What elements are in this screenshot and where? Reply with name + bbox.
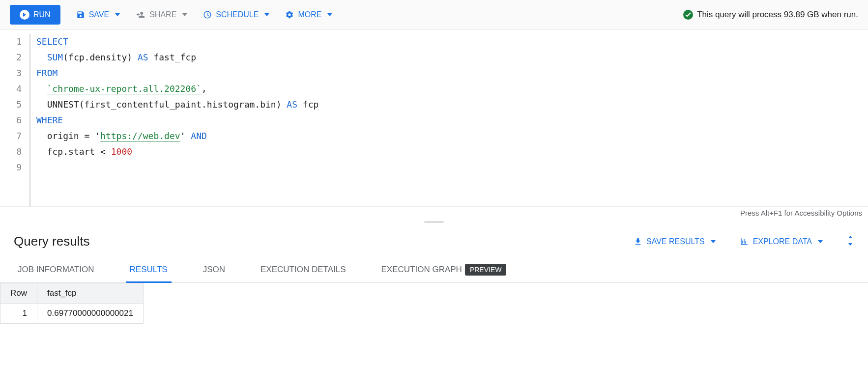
results-header: Query results SAVE RESULTS EXPLORE DATA <box>0 225 868 258</box>
tab-label: EXECUTION GRAPH <box>381 265 462 274</box>
tab-label: JOB INFORMATION <box>18 265 94 274</box>
chevron-down-icon <box>818 240 823 243</box>
save-button[interactable]: SAVE <box>76 10 120 19</box>
expand-collapse-icon[interactable] <box>846 236 854 247</box>
line-number: 6 <box>0 112 22 128</box>
chevron-down-icon <box>182 13 187 16</box>
line-number: 7 <box>0 128 22 144</box>
check-icon <box>683 10 693 20</box>
run-label: RUN <box>33 10 51 19</box>
code-line[interactable]: UNNEST(first_contentful_paint.histogram.… <box>36 97 868 112</box>
schedule-label: SCHEDULE <box>216 10 259 19</box>
query-status: This query will process 93.89 GB when ru… <box>683 10 858 20</box>
tab-label: RESULTS <box>130 265 168 274</box>
play-icon <box>20 10 29 20</box>
tab-job-information[interactable]: JOB INFORMATION <box>14 258 98 283</box>
drag-bar-icon <box>424 221 444 223</box>
results-table-wrap: Rowfast_fcp 10.69770000000000021 <box>0 283 868 324</box>
code-line[interactable] <box>36 160 868 175</box>
results-tabs: JOB INFORMATIONRESULTSJSONEXECUTION DETA… <box>0 258 868 283</box>
resize-handle[interactable] <box>0 219 868 225</box>
tab-label: EXECUTION DETAILS <box>260 265 346 274</box>
code-line[interactable]: origin = 'https://web.dev' AND <box>36 128 868 144</box>
code-line[interactable]: SELECT <box>36 34 868 50</box>
code-content[interactable]: SELECT SUM(fcp.density) AS fast_fcpFROM … <box>29 34 868 206</box>
line-number: 5 <box>0 97 22 112</box>
sql-editor[interactable]: 123456789 SELECT SUM(fcp.density) AS fas… <box>0 30 868 207</box>
line-number: 8 <box>0 144 22 160</box>
code-line[interactable]: WHERE <box>36 112 868 128</box>
line-number: 9 <box>0 160 22 175</box>
more-label: MORE <box>298 10 321 19</box>
results-table: Rowfast_fcp 10.69770000000000021 <box>0 283 144 324</box>
save-icon <box>76 10 85 19</box>
column-header: Row <box>0 283 37 304</box>
tab-label: JSON <box>203 265 225 274</box>
more-button[interactable]: MORE <box>285 10 332 19</box>
table-row: 10.69770000000000021 <box>0 304 144 324</box>
line-number: 3 <box>0 65 22 81</box>
line-numbers: 123456789 <box>0 34 29 206</box>
save-label: SAVE <box>89 10 110 19</box>
chevron-down-icon <box>264 13 269 16</box>
data-cell: 0.69770000000000021 <box>37 304 144 324</box>
chevron-down-icon <box>115 13 120 16</box>
tab-execution-graph[interactable]: EXECUTION GRAPHPREVIEW <box>377 258 511 283</box>
chevron-down-icon <box>711 240 716 243</box>
save-results-button[interactable]: SAVE RESULTS <box>634 237 716 246</box>
share-label: SHARE <box>149 10 176 19</box>
code-line[interactable]: fcp.start < 1000 <box>36 144 868 160</box>
share-button[interactable]: SHARE <box>136 10 187 19</box>
chart-icon <box>739 237 749 246</box>
code-line[interactable]: `chrome-ux-report.all.202206`, <box>36 81 868 97</box>
line-number: 4 <box>0 81 22 97</box>
status-text: This query will process 93.89 GB when ru… <box>697 10 858 20</box>
tab-json[interactable]: JSON <box>199 258 229 283</box>
results-title: Query results <box>14 234 90 249</box>
run-button[interactable]: RUN <box>10 5 60 25</box>
accessibility-hint: Press Alt+F1 for Accessibility Options <box>0 207 868 219</box>
tab-results[interactable]: RESULTS <box>126 258 172 283</box>
schedule-button[interactable]: SCHEDULE <box>203 10 269 19</box>
toolbar: RUN SAVE SHARE SCHEDULE MORE This query … <box>0 0 868 30</box>
row-number-cell: 1 <box>0 304 37 324</box>
save-results-label: SAVE RESULTS <box>646 237 705 246</box>
column-header: fast_fcp <box>37 283 144 304</box>
share-icon <box>136 10 145 19</box>
code-line[interactable]: SUM(fcp.density) AS fast_fcp <box>36 50 868 65</box>
explore-data-label: EXPLORE DATA <box>753 237 812 246</box>
code-line[interactable]: FROM <box>36 65 868 81</box>
download-icon <box>634 237 642 246</box>
clock-icon <box>203 10 212 19</box>
chevron-down-icon <box>327 13 332 16</box>
tab-execution-details[interactable]: EXECUTION DETAILS <box>257 258 350 283</box>
line-number: 1 <box>0 34 22 50</box>
preview-badge: PREVIEW <box>465 264 507 276</box>
line-number: 2 <box>0 50 22 65</box>
gear-icon <box>285 10 294 19</box>
explore-data-button[interactable]: EXPLORE DATA <box>739 237 823 246</box>
